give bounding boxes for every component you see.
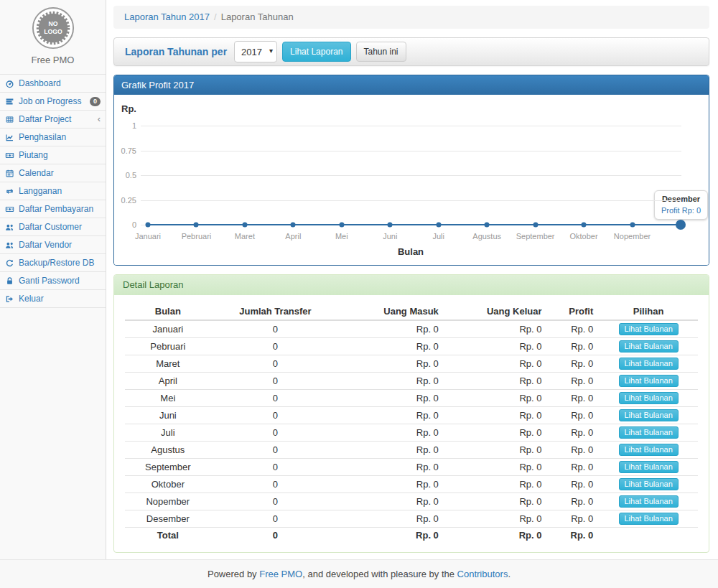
detail-panel: Detail Laporan BulanJumlah TransferUang … [113,274,709,553]
sidebar-item-langganan[interactable]: Langganan [0,182,106,200]
total-cell-jumlah-transfer: 0 [211,528,340,544]
cell-profit: Rp. 0 [547,459,599,476]
cell-profit: Rp. 0 [547,510,599,528]
lihat-bulanan-button[interactable]: Lihat Bulanan [619,409,679,421]
chart-series-line [148,224,681,225]
dashboard-icon [5,79,14,88]
cell-pilihan: Lihat Bulanan [599,476,698,493]
lihat-laporan-button[interactable]: Lihat Laporan [282,42,350,62]
table-row: Januari0Rp. 0Rp. 0Rp. 0Lihat Bulanan [125,320,698,338]
sidebar-item-label: Ganti Password [19,276,80,286]
cell-uang-masuk: Rp. 0 [340,442,444,459]
lihat-bulanan-button[interactable]: Lihat Bulanan [619,340,679,353]
chart-point[interactable] [242,223,247,228]
logo-box: NO LOGO Free PMO [0,0,106,67]
count-badge: 0 [90,97,101,106]
column-header-uang-masuk: Uang Masuk [340,304,444,320]
x-tick-label: April [285,232,301,241]
lihat-bulanan-button[interactable]: Lihat Bulanan [619,426,679,439]
breadcrumb-link[interactable]: Laporan Tahun 2017 [124,11,210,22]
chart-point[interactable] [339,223,344,228]
chevron-left-icon: ‹ [98,116,101,123]
sidebar-item-daftar-customer[interactable]: Daftar Customer [0,218,106,236]
lihat-bulanan-button[interactable]: Lihat Bulanan [619,392,679,404]
x-tick-label: Oktober [570,232,598,241]
table-row: Pebruari0Rp. 0Rp. 0Rp. 0Lihat Bulanan [125,338,698,355]
chart-point[interactable] [582,223,587,228]
sidebar-item-daftar-project[interactable]: Daftar Project‹ [0,111,106,129]
chart-point[interactable] [146,223,151,228]
filter-label: Laporan Tahunan per [125,46,227,57]
column-header-uang-keluar: Uang Keluar [444,304,548,320]
cell-profit: Rp. 0 [547,442,599,459]
cell-pilihan: Lihat Bulanan [599,424,698,442]
sidebar-item-keluar[interactable]: Keluar [0,290,106,308]
chart-point[interactable] [388,223,393,228]
cell-pilihan: Lihat Bulanan [599,407,698,424]
sidebar-item-piutang[interactable]: Piutang [0,146,106,164]
sidebar-item-daftar-pembayaran[interactable]: Daftar Pembayaran [0,200,106,218]
sidebar-item-backup-restore-db[interactable]: Backup/Restore DB [0,254,106,272]
cell-profit: Rp. 0 [547,493,599,510]
chart-point[interactable] [630,223,635,228]
sidebar-item-daftar-vendor[interactable]: Daftar Vendor [0,236,106,254]
lihat-bulanan-button[interactable]: Lihat Bulanan [619,375,679,387]
lihat-bulanan-button[interactable]: Lihat Bulanan [619,358,679,370]
line-chart-icon [5,133,14,142]
sidebar-item-label: Piutang [19,150,48,160]
sidebar-item-label: Langganan [19,186,62,196]
lihat-bulanan-button[interactable]: Lihat Bulanan [619,513,679,525]
detail-table: BulanJumlah TransferUang MasukUang Kelua… [125,304,698,543]
tahun-ini-button[interactable]: Tahun ini [356,42,406,62]
chart-point[interactable] [676,220,686,230]
chart-point[interactable] [194,223,199,228]
breadcrumb-current: Laporan Tahunan [221,11,294,22]
footer-link-contributors[interactable]: Contributors [457,569,508,579]
gridline [141,175,681,176]
lihat-bulanan-button[interactable]: Lihat Bulanan [619,461,679,473]
lihat-bulanan-button[interactable]: Lihat Bulanan [619,495,679,508]
sidebar-item-label: Daftar Vendor [19,240,72,250]
lihat-bulanan-button[interactable]: Lihat Bulanan [619,444,679,456]
sidebar-item-label: Penghasilan [19,132,66,142]
sidebar-item-dashboard[interactable]: Dashboard [0,75,106,93]
sign-out-icon [5,294,14,304]
cell-uang-keluar: Rp. 0 [444,493,548,510]
calendar-icon [5,169,14,178]
chart-point[interactable] [291,223,296,228]
cell-bulan: April [125,373,211,390]
cell-uang-masuk: Rp. 0 [340,390,444,407]
cell-uang-keluar: Rp. 0 [444,338,548,355]
sidebar-item-label: Job on Progress [19,96,81,106]
cell-pilihan: Lihat Bulanan [599,493,698,510]
x-tick-label: Agustus [472,232,501,241]
table-total-row: Total0Rp. 0Rp. 0Rp. 0 [125,528,698,544]
y-tick-label: 1 [116,121,136,130]
sidebar-item-penghasilan[interactable]: Penghasilan [0,129,106,146]
sidebar-item-ganti-password[interactable]: Ganti Password [0,272,106,290]
gridline [141,200,681,201]
gridline [141,151,681,151]
cell-pilihan: Lihat Bulanan [599,442,698,459]
chart-point[interactable] [436,223,441,228]
lihat-bulanan-button[interactable]: Lihat Bulanan [619,323,679,335]
cell-uang-keluar: Rp. 0 [444,459,548,476]
cell-bulan: Oktober [125,476,211,493]
cell-bulan: Mei [125,390,211,407]
sidebar-item-calendar[interactable]: Calendar [0,164,106,182]
lihat-bulanan-button[interactable]: Lihat Bulanan [619,478,679,490]
cell-jumlah-transfer: 0 [211,390,340,407]
x-tick-label: Nopember [614,232,651,241]
year-select[interactable]: 2017 [234,41,277,62]
chart-point[interactable] [485,223,490,228]
sidebar-item-job-on-progress[interactable]: Job on Progress0 [0,93,106,111]
x-tick-label: September [516,232,555,241]
footer-link-free-pmo[interactable]: Free PMO [259,569,302,579]
chart-x-axis-title: Bulan [398,246,424,257]
cell-jumlah-transfer: 0 [211,355,340,373]
cell-uang-keluar: Rp. 0 [444,390,548,407]
chart-point[interactable] [533,223,538,228]
table-row: April0Rp. 0Rp. 0Rp. 0Lihat Bulanan [125,373,698,390]
logo-text-line2: LOGO [44,28,62,35]
cell-jumlah-transfer: 0 [211,424,340,442]
